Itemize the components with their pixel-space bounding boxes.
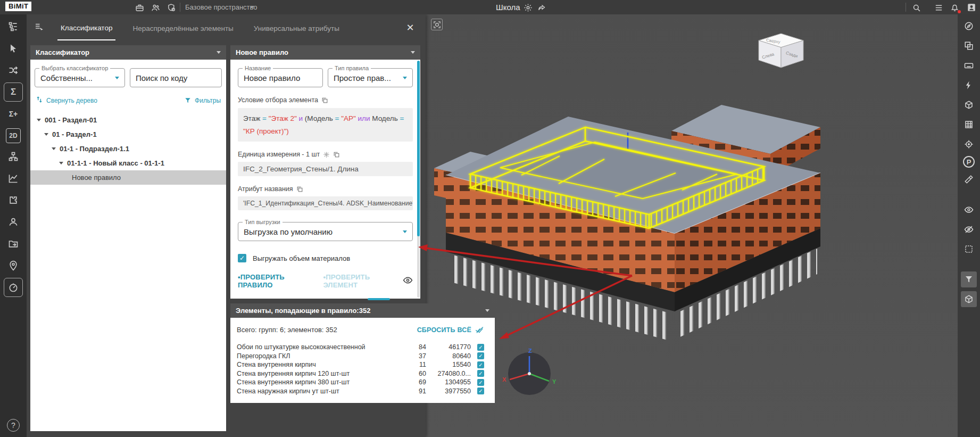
gear-icon[interactable] — [323, 151, 330, 158]
rule-type-select[interactable]: Тип правила Простое прав... — [328, 68, 413, 87]
workspace-caret-icon[interactable] — [250, 6, 254, 9]
collapse-panel-icon[interactable] — [34, 22, 44, 34]
orientation-gizmo[interactable]: Z X Y — [502, 348, 557, 395]
grid-icon[interactable] — [961, 117, 977, 133]
relations-icon[interactable] — [4, 61, 23, 80]
chevron-down-icon[interactable] — [403, 230, 407, 233]
table-row[interactable]: Стена внутренняя кирпич 11 15540 — [237, 360, 484, 369]
element-checkbox[interactable] — [477, 379, 484, 386]
access-shield-icon[interactable] — [166, 2, 177, 13]
element-checkbox[interactable] — [477, 387, 484, 394]
tree-expand-icon[interactable] — [52, 147, 56, 150]
tree-item-selected[interactable]: Новое правило — [30, 170, 226, 185]
layers-icon[interactable] — [961, 38, 977, 54]
copy-icon[interactable] — [321, 97, 328, 104]
shared-folder-icon[interactable] — [4, 234, 23, 253]
show-eye-icon[interactable] — [961, 202, 977, 218]
classifier-section-header[interactable]: Классификатор — [30, 45, 226, 60]
copy-icon[interactable] — [333, 151, 340, 158]
search-icon[interactable] — [911, 2, 921, 13]
table-row[interactable]: Стена наружная кирпич ут шт-шт 91 397755… — [237, 387, 484, 396]
users-icon[interactable] — [4, 212, 23, 232]
table-row[interactable]: Перегородка ГКЛ 37 80640 — [237, 352, 484, 361]
help-icon[interactable]: ? — [7, 419, 20, 432]
chevron-down-icon[interactable] — [403, 77, 407, 79]
element-checkbox[interactable] — [477, 370, 484, 377]
marquee-select-icon[interactable] — [961, 241, 977, 257]
viewport-filter-icon[interactable] — [961, 271, 977, 287]
select-cursor-icon[interactable] — [4, 39, 23, 58]
attribute-name-value[interactable]: 'IFC_1_Идентификация_Стены/4. ADSK_Наиме… — [238, 196, 413, 210]
panel-resize-handle[interactable] — [368, 298, 390, 300]
eye-icon[interactable] — [403, 275, 413, 287]
elements-section-header[interactable]: Элементы, попадающие в правило:352 — [230, 303, 495, 318]
list-menu-icon[interactable] — [933, 2, 944, 13]
navigate-compass-icon[interactable] — [961, 18, 977, 34]
analytics-chart-icon[interactable] — [4, 169, 23, 188]
collapse-tree-button[interactable]: Свернуть дерево — [46, 97, 97, 104]
section-cut-icon[interactable] — [961, 171, 977, 187]
settings-gear-icon[interactable] — [522, 2, 533, 13]
add-classifier-icon[interactable]: Σ+ — [4, 104, 23, 123]
view-cube[interactable]: Сверху Слева Сзади — [759, 34, 803, 68]
materials-checkbox[interactable] — [238, 254, 246, 262]
tree-item[interactable]: 01-1-1 - Новый класс - 01-1-1 — [35, 156, 222, 170]
tree-expand-icon[interactable] — [37, 119, 41, 121]
hide-eye-off-icon[interactable] — [961, 221, 977, 237]
building-model[interactable]: Z X Y Сверху Слева Сзади — [426, 14, 980, 437]
rule-section-header[interactable]: Новое правило — [230, 45, 420, 60]
chevron-down-icon[interactable] — [115, 77, 119, 79]
viewport-cube-icon[interactable] — [961, 291, 977, 307]
scrollbar[interactable] — [417, 61, 420, 298]
box-3d-icon[interactable] — [961, 97, 977, 113]
tab-unassigned-elements[interactable]: Нераспределённые элементы — [129, 16, 236, 40]
tree-item[interactable]: 001 - Раздел-01 — [35, 113, 222, 127]
target-icon[interactable] — [961, 136, 977, 152]
chevron-down-icon[interactable] — [217, 51, 221, 54]
lightning-icon[interactable] — [961, 77, 977, 93]
filters-button[interactable]: Фильтры — [184, 97, 221, 104]
account-icon[interactable] — [966, 2, 977, 13]
reset-all-button[interactable]: СБРОСИТЬ ВСЁ — [417, 325, 484, 334]
structure-tree-icon[interactable] — [4, 17, 23, 36]
projects-icon[interactable] — [134, 2, 145, 13]
chevron-down-icon[interactable] — [411, 51, 415, 54]
check-element-button[interactable]: •ПРОВЕРИТЬ ЭЛЕМЕНТ — [323, 273, 403, 289]
close-icon[interactable]: ✕ — [404, 22, 416, 34]
keyboard-icon[interactable] — [961, 57, 977, 73]
unit-value[interactable]: IFC_2_Геометрия_Стены/1. Длина — [238, 162, 413, 176]
tree-expand-icon[interactable] — [44, 133, 48, 136]
check-rule-button[interactable]: •ПРОВЕРИТЬ ПРАВИЛО — [238, 273, 318, 289]
tree-expand-icon[interactable] — [59, 162, 63, 164]
element-checkbox[interactable] — [477, 344, 484, 351]
viewport-3d[interactable]: Z X Y Сверху Слева Сзади — [426, 14, 980, 437]
notifications-bell-icon[interactable] — [949, 2, 960, 13]
element-checkbox[interactable] — [477, 361, 484, 368]
two-d-view-icon[interactable]: 2D — [6, 128, 21, 143]
workspace-selector[interactable]: Базовое пространство — [185, 3, 258, 11]
chevron-down-icon[interactable] — [485, 309, 489, 312]
rule-name-input[interactable]: Название Новое правило — [238, 68, 323, 87]
tab-universal-attributes[interactable]: Универсальные атрибуты — [251, 16, 343, 40]
tree-item[interactable]: 01-1 - Подраздел-1.1 — [35, 142, 222, 156]
classifier-select[interactable]: Выбрать классификатор Собственны... — [35, 68, 125, 87]
classifier-sigma-icon[interactable]: Σ — [4, 83, 23, 102]
team-icon[interactable] — [150, 2, 161, 13]
table-row[interactable]: Стена внутренняя кирпич 120 шт-шт 60 274… — [237, 369, 484, 378]
export-type-select[interactable]: Тип выгрузки Выгрузка по умолчанию — [238, 222, 413, 241]
plugins-puzzle-icon[interactable] — [4, 191, 23, 210]
org-chart-icon[interactable] — [4, 147, 23, 166]
focus-model-icon[interactable] — [431, 19, 443, 30]
share-icon[interactable] — [536, 2, 547, 13]
tab-classifier[interactable]: Классификатор — [57, 15, 115, 40]
parking-icon[interactable]: P — [963, 156, 975, 168]
scrollbar-thumb[interactable] — [417, 61, 420, 236]
expand-collapse-icon[interactable] — [36, 96, 43, 105]
user-location-icon[interactable] — [4, 256, 23, 275]
table-row[interactable]: Обои по штукатурке высококачественной 84… — [237, 343, 484, 352]
element-checkbox[interactable] — [477, 352, 484, 359]
copy-icon[interactable] — [296, 186, 303, 193]
tree-item[interactable]: 01 - Раздел-1 — [35, 127, 222, 142]
table-row[interactable]: Стена внутренняя кирпич 380 шт-шт 69 130… — [237, 378, 484, 387]
dashboard-gauge-icon[interactable] — [4, 278, 23, 297]
